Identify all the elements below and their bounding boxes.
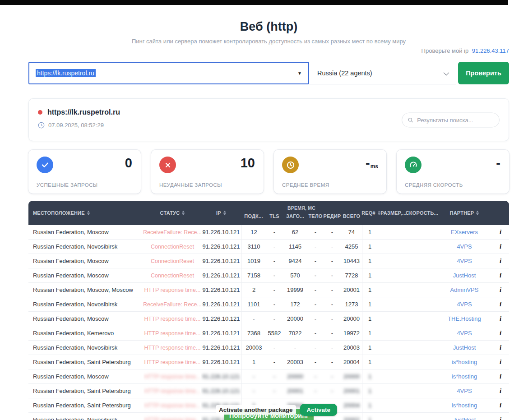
cell-speed	[407, 355, 437, 369]
table-row: Russian Federation, Saint PetersburgHTTP…	[28, 384, 509, 398]
table-row: Russian Federation, KemerovoHTTP respons…	[28, 326, 509, 341]
info-icon[interactable]: i	[492, 384, 509, 398]
info-icon[interactable]: i	[492, 312, 509, 326]
cell-body-time: -	[308, 326, 323, 340]
info-icon[interactable]: i	[492, 341, 509, 355]
cell-location: Russian Federation, Novosibirsk	[28, 413, 144, 420]
cell-ip: 91.226.10.121	[201, 297, 241, 311]
partner-link[interactable]: AdminVPS	[437, 283, 492, 297]
stat-label: СРЕДНЕЕ ВРЕМЯ	[282, 182, 378, 188]
cell-ip: 91.226.10.121	[201, 326, 241, 340]
cell-headers-time: 20000	[283, 369, 308, 383]
cell-tls-time: -	[266, 355, 283, 369]
browser-chrome-bar	[0, 0, 508, 5]
table-row: Russian Federation, Saint PetersburgHTTP…	[28, 355, 509, 369]
col-header-size[interactable]: РАЗМЕР,...	[380, 210, 407, 216]
cell-req-count: 1	[362, 326, 380, 340]
result-timestamp: 07.09.2025, 08:52:29	[48, 122, 104, 129]
cell-total-time: 20000	[341, 312, 362, 326]
cell-total-time: 10443	[341, 254, 362, 268]
cell-status: ReceiveFailure: Rece...	[144, 297, 201, 311]
col-header-location[interactable]: МЕСТОПОЛОЖЕНИЕ	[28, 210, 144, 216]
cell-redirect-time: -	[323, 297, 341, 311]
cell-total-time: 20004	[341, 398, 362, 412]
cell-size	[380, 398, 407, 412]
cell-size	[380, 355, 407, 369]
cell-req-count: 1	[362, 355, 380, 369]
cell-redirect-time: -	[323, 268, 341, 282]
status-dot-icon	[38, 110, 42, 115]
info-icon[interactable]: i	[492, 240, 509, 254]
info-icon[interactable]: i	[492, 369, 509, 383]
my-ip-label: Проверьте мой ip	[421, 47, 469, 54]
cell-status: ConnectionReset	[144, 268, 201, 282]
cell-tls-time: -	[266, 312, 283, 326]
sort-icon	[223, 211, 226, 215]
x-circle-icon	[159, 157, 176, 173]
info-icon[interactable]: i	[492, 225, 509, 239]
search-input[interactable]	[417, 116, 494, 123]
partner-link[interactable]: JustHost	[437, 413, 492, 420]
col-header-speed[interactable]: СКОРОСТЬ...	[407, 210, 437, 216]
chevron-down-icon	[444, 69, 449, 75]
table-header: ВРЕМЯ, МС МЕСТОПОЛОЖЕНИЕ СТАТУС IP ПОДК.…	[28, 201, 509, 225]
region-select[interactable]: Russia (22 agents)	[309, 62, 456, 84]
cell-ip: 91.226.10.121	[201, 384, 241, 398]
info-icon[interactable]: i	[492, 283, 509, 297]
col-header-partner[interactable]: ПАРТНЕР	[437, 210, 492, 216]
partner-link[interactable]: EXservers	[437, 225, 492, 239]
cell-redirect-time: -	[323, 312, 341, 326]
col-header-ip[interactable]: IP	[201, 210, 241, 216]
activate-button[interactable]: Activate	[300, 404, 338, 416]
cell-total-time: 19972	[341, 326, 362, 340]
partner-link[interactable]: 4VPS	[437, 297, 492, 311]
info-icon[interactable]: i	[492, 398, 509, 412]
partner-link[interactable]: 4VPS	[437, 384, 492, 398]
cell-headers-time: 62	[283, 225, 308, 239]
partner-link[interactable]: 4VPS	[437, 254, 492, 268]
partner-link[interactable]: JustHost	[437, 268, 492, 282]
stat-value: 0	[125, 157, 133, 170]
col-header-req[interactable]: REQ#	[362, 210, 380, 216]
check-button[interactable]: Проверить	[458, 62, 509, 84]
partner-link[interactable]: JustHost	[437, 341, 492, 355]
cell-location: Russian Federation, Novosibirsk	[28, 341, 144, 355]
my-ip-link[interactable]: 91.226.43.117	[472, 47, 509, 54]
partner-link[interactable]: 4VPS	[437, 326, 492, 340]
cell-connect-time: -	[241, 312, 266, 326]
partner-link[interactable]: 4VPS	[437, 240, 492, 254]
cell-tls-time: -	[266, 341, 283, 355]
cell-req-count: 1	[362, 312, 380, 326]
url-dropdown-arrow-icon[interactable]: ▼	[297, 71, 302, 76]
table-row: Russian Federation, NovosibirskConnectio…	[28, 240, 509, 254]
cell-headers-time: 19999	[283, 283, 308, 297]
cell-body-time: -	[308, 254, 323, 268]
cell-size	[380, 312, 407, 326]
info-icon[interactable]: i	[492, 326, 509, 340]
cell-tls-time: -	[266, 268, 283, 282]
cell-location: Russian Federation, Saint Petersburg	[28, 355, 144, 369]
cell-tls-time: -	[266, 254, 283, 268]
partner-link[interactable]: is*hosting	[437, 355, 492, 369]
cell-req-count: 1	[362, 398, 380, 412]
info-icon[interactable]: i	[492, 413, 509, 420]
info-icon[interactable]: i	[492, 355, 509, 369]
table-row: Russian Federation, NovosibirskHTTP resp…	[28, 341, 509, 355]
partner-link[interactable]: THE.Hosting	[437, 312, 492, 326]
info-icon[interactable]: i	[492, 297, 509, 311]
info-icon[interactable]: i	[492, 268, 509, 282]
info-icon[interactable]: i	[492, 254, 509, 268]
cell-ip: 91.226.10.121	[201, 369, 241, 383]
partner-link[interactable]: is*hosting	[437, 369, 492, 383]
cell-headers-time: 20000	[283, 312, 308, 326]
clock-icon	[38, 122, 45, 129]
url-input[interactable]: https://lk.ruspetrol.ru ▼	[28, 62, 309, 84]
cell-speed	[407, 341, 437, 355]
col-header-status[interactable]: СТАТУС	[144, 210, 201, 216]
cell-req-count: 1	[362, 413, 380, 420]
cell-connect-time: 1019	[241, 254, 266, 268]
cell-body-time: -	[308, 355, 323, 369]
cell-connect-time: 1101	[241, 297, 266, 311]
partner-link[interactable]: is*hosting	[437, 398, 492, 412]
cell-req-count: 1	[362, 254, 380, 268]
